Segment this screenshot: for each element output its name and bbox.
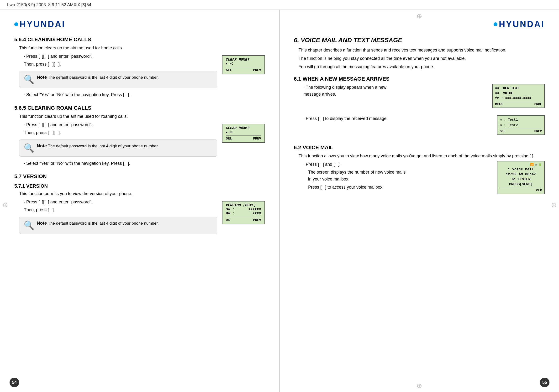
- lcd-screen-6-2-voice: 📶 ✉ 🔋 1 Voice Mail 12/29 AM 08:47 To LIS…: [497, 161, 545, 194]
- note-5-7-1: 🔍 Note The default password is the last …: [19, 217, 217, 234]
- lcd-voice-line2: 12/29 AM 08:47: [500, 172, 542, 177]
- lcd-5-6-5-sel: SEL: [226, 137, 232, 141]
- logo-right: HYUNDAI: [294, 19, 545, 29]
- logo-text-right: HYUNDAI: [499, 19, 545, 29]
- lcd-5-7-1-hw: HW : XXXX: [226, 212, 261, 215]
- lcd-5-6-5-buttons: SEL PREV: [226, 135, 261, 141]
- then-press-5-6-4: Then, press [ ][ ].: [24, 61, 217, 68]
- lcd-5-6-5-prev: PREV: [253, 137, 261, 141]
- note-text-5-6-4: Note The default password is the last 4 …: [37, 74, 159, 80]
- lcd-msg-row-2: XX VOICE: [495, 91, 542, 96]
- lcd-5-6-4-arrow: ▶ NO: [226, 62, 261, 66]
- subsection-title-5-7-1: 5.7.1 VERSION: [14, 183, 265, 189]
- lcd-voice-line1: 1 Voice Mail: [500, 167, 542, 172]
- lcd-signal-icon: 📶: [530, 163, 534, 166]
- lcd-screen-6-1-test-list: ✉ : Test1 ✉ : Test2 SEL PREV: [497, 115, 545, 135]
- lcd-voice-lines: 1 Voice Mail 12/29 AM 08:47 To LISTEN PR…: [500, 167, 542, 187]
- section-5-6-4-text-col: Press [ ][ ] and enter "password". Then,…: [14, 53, 217, 99]
- lcd-5-7-1-ok: OK: [226, 218, 230, 222]
- section-5-6-4-content: Press [ ][ ] and enter "password". Then,…: [14, 53, 265, 99]
- section-5-6-5-desc: This function clears up the airtime used…: [19, 113, 265, 120]
- lcd-test-row-1: ✉ : Test1: [500, 117, 542, 122]
- then-press-5-7-1: Then, press [ ].: [24, 206, 217, 214]
- section-6-1: 6.1 WHEN A NEW MESSAGE ARRIVES XX NEW TE…: [294, 76, 545, 137]
- lcd-5-7-1-title: VERSION (BSNL): [226, 203, 261, 207]
- section-5-6-5: 5.6.5 CLEARING ROAM CALLS This function …: [14, 105, 265, 168]
- section-5-6-4: 5.6.4 CLEARING HOME CALLS This function …: [14, 36, 265, 99]
- lcd-screen-5-7-1: VERSION (BSNL) SW : XXXXXX HW : XXXX OK: [222, 201, 265, 224]
- section-title-6-2: 6.2 VOICE MAIL: [294, 144, 545, 151]
- lcd-test-prev: PREV: [534, 129, 542, 133]
- section-5-7-1-text-col: Press [ ][ ] and enter "password". Then,…: [14, 199, 217, 237]
- page-left: HYUNDAI 5.6.4 CLEARING HOME CALLS This f…: [0, 10, 280, 392]
- note-icon-5-7-1: 🔍: [24, 220, 34, 230]
- section-title-5-6-5: 5.6.5 CLEARING ROAM CALLS: [14, 105, 265, 111]
- lcd-5-7-1-buttons: OK PREV: [226, 217, 261, 222]
- section-title-5-6-4: 5.6.4 CLEARING HOME CALLS: [14, 36, 265, 43]
- lcd-voice-clr: CLR: [500, 188, 542, 192]
- page-number-right: 55: [540, 378, 550, 387]
- section-6-2-content: 📶 ✉ 🔋 1 Voice Mail 12/29 AM 08:47 To LIS…: [294, 161, 545, 196]
- lcd-msg-row-3: fr : XXX-XXXX-XXXX: [495, 96, 542, 101]
- select-5-6-5: Select "Yes" or "No" with the navigation…: [24, 160, 217, 167]
- lcd-6-2-voice: 📶 ✉ 🔋 1 Voice Mail 12/29 AM 08:47 To LIS…: [497, 161, 545, 194]
- lcd-5-7-1-prev: PREV: [253, 218, 261, 222]
- note-5-6-4: 🔍 Note The default password is the last …: [19, 71, 217, 88]
- lcd-msg-row-1: XX NEW TEXT: [495, 86, 542, 91]
- section-5-7: 5.7 VERSION 5.7.1 VERSION This function …: [14, 173, 265, 237]
- section-5-6-5-content: Press [ ][ ] and enter "password". Then,…: [14, 121, 265, 168]
- section-title-6-1: 6.1 WHEN A NEW MESSAGE ARRIVES: [294, 76, 545, 82]
- section-5-7-1-desc: This function permits you to view the ve…: [19, 190, 265, 197]
- lcd-test-sel: SEL: [500, 129, 505, 133]
- lcd-5-6-4: CLEAR HOME? ▶ NO SEL PREV: [222, 53, 265, 77]
- lcd-5-6-4-prev: PREV: [253, 68, 261, 72]
- logo-text-left: HYUNDAI: [19, 19, 65, 29]
- select-5-6-4: Select "Yes" or "No" with the navigation…: [24, 91, 217, 98]
- lcd-6-1-second: ✉ : Test1 ✉ : Test2 SEL PREV: [497, 115, 545, 135]
- lcd-msg-buttons-1: READ CNCL: [495, 102, 542, 106]
- file-bar: hwp-2150(8-9) 2003. 8.9 11:52 AM페이지54: [0, 0, 559, 10]
- lcd-5-6-4-title: CLEAR HOME?: [226, 58, 261, 62]
- reg-mark-bottom: ⊕: [417, 382, 422, 390]
- pages-container: HYUNDAI 5.6.4 CLEARING HOME CALLS This f…: [0, 10, 559, 392]
- lcd-5-7-1-sw: SW : XXXXXX: [226, 207, 261, 212]
- logo-dot-left: [14, 22, 18, 26]
- lcd-read-btn: READ: [495, 103, 503, 106]
- note-text-5-6-5: Note The default password is the last 4 …: [37, 143, 159, 149]
- lcd-5-6-4-sel: SEL: [226, 68, 232, 72]
- section-5-7-1-content: Press [ ][ ] and enter "password". Then,…: [14, 199, 265, 237]
- page-number-left: 54: [9, 378, 19, 387]
- lcd-screen-5-6-4: CLEAR HOME? ▶ NO SEL PREV: [222, 55, 265, 74]
- section-6-intro-3: You will go through all the messaging fe…: [298, 63, 545, 70]
- lcd-test-row-2: ✉ : Test2: [500, 123, 542, 128]
- lcd-5-6-5-title: CLEAR ROAM?: [226, 126, 261, 130]
- logo-left: HYUNDAI: [14, 19, 265, 29]
- lcd-5-6-5: CLEAR ROAM? ▶ NO SEL PREV: [222, 121, 265, 145]
- section-6-intro-1: This chapter describes a function that s…: [298, 47, 545, 54]
- section-5-6-4-desc: This function clears up the airtime used…: [19, 45, 265, 52]
- page-right: HYUNDAI 6. VOICE MAIL AND TEXT MESSAGE T…: [280, 10, 559, 392]
- lcd-msg-icon: ✉: [535, 163, 537, 166]
- lcd-test-buttons: SEL PREV: [500, 129, 542, 133]
- section-title-5-7: 5.7 VERSION: [14, 173, 265, 179]
- section-6-2: 6.2 VOICE MAIL This function allows you …: [294, 144, 545, 196]
- note-icon-5-6-5: 🔍: [24, 143, 34, 153]
- section-5-6-5-text-col: Press [ ][ ] and enter "password". Then,…: [14, 121, 217, 168]
- note-text-5-7-1: Note The default password is the last 4 …: [37, 220, 159, 227]
- section-6-intro-2: The function is helping you stay connect…: [298, 55, 545, 62]
- file-bar-text: hwp-2150(8-9) 2003. 8.9 11:52 AM페이지54: [7, 2, 91, 7]
- lcd-cncl-btn: CNCL: [534, 103, 542, 106]
- bullet-5-6-5-1: Press [ ][ ] and enter "password".: [24, 121, 217, 128]
- lcd-battery-icon: 🔋: [538, 163, 542, 166]
- lcd-5-7-1: VERSION (BSNL) SW : XXXXXX HW : XXXX OK: [222, 199, 265, 227]
- reg-mark-left: ⊕: [2, 201, 8, 209]
- lcd-screen-5-6-5: CLEAR ROAM? ▶ NO SEL PREV: [222, 124, 265, 143]
- lcd-6-1-first: XX NEW TEXT XX VOICE fr : XXX-XXXX-XXXX …: [492, 84, 545, 108]
- reg-mark-top: ⊕: [417, 12, 422, 20]
- section-6-main: 6. VOICE MAIL AND TEXT MESSAGE This chap…: [294, 36, 545, 70]
- then-press-5-6-5: Then, press [ ][ ].: [24, 129, 217, 136]
- logo-dot-right: [494, 22, 497, 26]
- lcd-5-6-4-buttons: SEL PREV: [226, 67, 261, 72]
- section-6-1-content-2: ✉ : Test1 ✉ : Test2 SEL PREV Press [ ] t…: [294, 115, 545, 137]
- section-6-2-desc: This function allows you to view how man…: [298, 153, 545, 160]
